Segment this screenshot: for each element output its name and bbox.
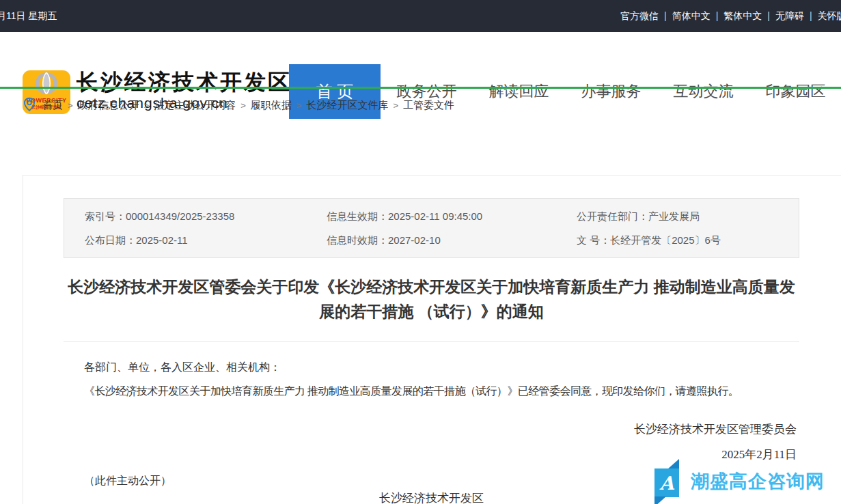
meta-expiry-date: 信息时效期：2027-02-10 <box>306 228 556 252</box>
link-official-wechat[interactable]: 官方微信 <box>620 10 659 21</box>
site-name: 长沙经济技术开发区 <box>77 70 292 94</box>
utility-links: 官方微信|简体中文|繁体中文|无障碍|关怀版|快 <box>620 0 841 32</box>
signature-organization: 长沙经济技术开发区管理委员会 <box>64 422 799 436</box>
current-date: 月11日 星期五 <box>0 0 57 32</box>
document-panel: 索引号：000014349/2025-23358 信息生效期：2025-02-1… <box>23 175 841 504</box>
document-title: 长沙经济技术开发区管委会关于印发《长沙经济技术开发区关于加快培育新质生产力 推动… <box>64 275 799 324</box>
nav-tab-services[interactable]: 办事服务 <box>565 64 657 119</box>
location-pin-icon <box>23 96 36 114</box>
watermark-fold-top <box>667 459 679 469</box>
breadcrumb-document-library[interactable]: 长沙经开区文件库 <box>306 99 388 112</box>
meta-publish-date: 公布日期：2025-02-11 <box>64 228 306 252</box>
nav-tab-interaction[interactable]: 互动交流 <box>657 64 749 119</box>
breadcrumb-separator: > <box>240 100 246 111</box>
breadcrumb-gov-info[interactable]: 政府信息公开 <box>78 99 139 112</box>
link-care-mode[interactable]: 关怀版 <box>818 10 841 21</box>
link-separator: | <box>664 10 667 21</box>
breadcrumb: 首页 > 政府信息公开 > 法定主动公开内容 > 履职依据 > 长沙经开区文件库… <box>23 96 454 115</box>
link-simplified-chinese[interactable]: 简体中文 <box>672 10 711 21</box>
meta-effective-date: 信息生效期：2025-02-11 09:45:00 <box>306 204 556 228</box>
breadcrumb-separator: > <box>144 100 150 111</box>
breadcrumb-duty-basis[interactable]: 履职依据 <box>251 99 292 112</box>
link-separator: | <box>716 10 719 21</box>
breadcrumb-separator: > <box>393 100 398 111</box>
watermark-letter: A <box>660 473 674 494</box>
meta-responsible-department: 公开责任部门：产业发展局 <box>556 204 797 228</box>
watermark-square: A <box>654 468 679 497</box>
watermark-fold-bottom <box>654 496 666 504</box>
document-salutation: 各部门、单位，各入区企业、相关机构： <box>64 360 799 374</box>
watermark-logo-icon: A <box>654 459 682 504</box>
meta-document-number: 文 号：长经开管发〔2025〕6号 <box>556 228 797 252</box>
nav-tab-interpretation[interactable]: 解读回应 <box>473 64 565 119</box>
document-body-paragraph: 《长沙经济技术开发区关于加快培育新质生产力 推动制造业高质量发展的若干措施（试行… <box>64 384 799 398</box>
document-meta-table: 索引号：000014349/2025-23358 信息生效期：2025-02-1… <box>64 198 799 258</box>
breadcrumb-home[interactable]: 首页 <box>42 99 63 112</box>
meta-index-number: 索引号：000014349/2025-23358 <box>64 204 306 228</box>
top-utility-bar: 月11日 星期五 官方微信|简体中文|繁体中文|无障碍|关怀版|快 <box>0 0 841 32</box>
site-watermark: A 潮盛高企咨询网 <box>654 459 825 504</box>
breadcrumb-separator: > <box>297 100 302 111</box>
breadcrumb-committee-files[interactable]: 工管委文件 <box>403 99 454 112</box>
link-separator: | <box>810 10 812 21</box>
link-traditional-chinese[interactable]: 繁体中文 <box>723 10 762 21</box>
nav-tab-park-impression[interactable]: 印象园区 <box>749 64 841 119</box>
link-separator: | <box>767 10 770 21</box>
link-accessibility[interactable]: 无障碍 <box>775 10 804 21</box>
site-header: POWERCITY 长沙经济开发区 长沙经济技术开发区 cetz.changsh… <box>0 32 841 87</box>
breadcrumb-statutory-disclosure[interactable]: 法定主动公开内容 <box>154 99 236 112</box>
header-accent-line <box>0 87 841 89</box>
title-divider <box>64 341 799 342</box>
watermark-site-label: 潮盛高企咨询网 <box>691 469 825 494</box>
breadcrumb-separator: > <box>68 100 73 111</box>
